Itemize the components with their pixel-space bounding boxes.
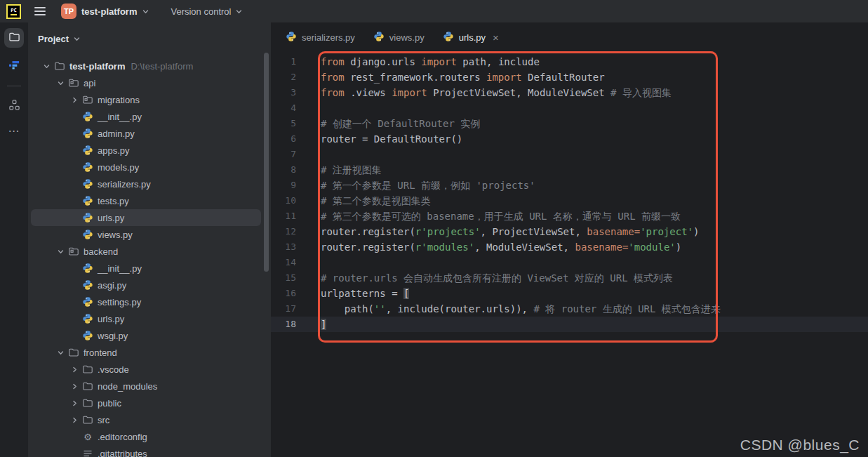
code-line-text: router.register(r'modules', ModuleViewSe… (296, 239, 681, 255)
code-line[interactable]: 5# 创建一个 DefaultRouter 实例 (271, 116, 868, 131)
chevron-down-icon[interactable] (53, 248, 67, 256)
line-number[interactable]: 13 (271, 239, 296, 255)
line-number[interactable]: 3 (271, 85, 296, 100)
code-line[interactable]: 9# 第一个参数是 URL 前缀，例如 'projects' (271, 178, 868, 193)
line-number[interactable]: 7 (271, 147, 296, 162)
code-line[interactable]: 6router = DefaultRouter() (271, 131, 868, 147)
code-line[interactable]: 18] (271, 317, 868, 332)
tree-item[interactable]: ⚙.editorconfig (31, 428, 261, 445)
code-line[interactable]: 7 (271, 147, 868, 162)
tree-item[interactable]: api (31, 74, 261, 91)
line-number[interactable]: 9 (271, 178, 296, 193)
tree-item-label: __init__.py (98, 112, 142, 122)
line-number[interactable]: 18 (271, 317, 296, 332)
version-control-menu[interactable]: Version control (171, 6, 243, 17)
line-number[interactable]: 11 (271, 208, 296, 224)
code-line[interactable]: 4 (271, 100, 868, 116)
tree-item[interactable]: migrations (31, 91, 261, 108)
tree-item[interactable]: admin.py (31, 125, 261, 142)
project-tool-button[interactable] (4, 28, 24, 48)
tree-item[interactable]: serializers.py (31, 175, 261, 192)
gear-icon: ⚙ (81, 432, 94, 442)
tree-item[interactable]: apps.py (31, 142, 261, 159)
tree-item[interactable]: asgi.py (31, 277, 261, 293)
chevron-right-icon[interactable] (67, 383, 81, 390)
line-number[interactable]: 5 (271, 116, 296, 131)
code-line[interactable]: 3from .views import ProjectViewSet, Modu… (271, 85, 868, 100)
line-number[interactable]: 10 (271, 193, 296, 208)
code-line[interactable]: 11# 第三个参数是可选的 basename，用于生成 URL 名称，通常与 U… (271, 208, 868, 224)
tree-item-label: __init__.py (98, 263, 142, 274)
chevron-right-icon[interactable] (67, 96, 81, 104)
blue-f-tool-button[interactable] (4, 56, 24, 76)
tree-item[interactable]: tests.py (31, 192, 261, 209)
code-line[interactable]: 2from rest_framework.routers import Defa… (271, 69, 868, 85)
line-number[interactable]: 15 (271, 270, 296, 286)
chevron-right-icon[interactable] (67, 399, 81, 407)
editor-tab[interactable]: urls.py× (434, 22, 508, 52)
line-number[interactable]: 6 (271, 131, 296, 147)
structure-tool-button[interactable] (4, 96, 24, 116)
line-number[interactable]: 17 (271, 301, 296, 317)
python-icon (443, 31, 454, 44)
chevron-down-icon[interactable] (53, 349, 67, 357)
main-menu-icon[interactable] (34, 7, 46, 15)
folder-icon (81, 414, 94, 425)
chevron-right-icon[interactable] (67, 366, 81, 373)
tree-item[interactable]: .vscode (31, 361, 261, 378)
tree-item[interactable]: settings.py (31, 293, 261, 310)
tree-item[interactable]: wsgi.py (31, 327, 261, 344)
more-tool-windows-button[interactable]: ⋯ (8, 124, 20, 138)
code-line[interactable]: 14 (271, 255, 868, 270)
tree-item[interactable]: frontend (31, 344, 261, 361)
line-number[interactable]: 2 (271, 69, 296, 85)
project-tool-window: Project test-platformD:\test-platformapi… (28, 22, 271, 457)
tree-item-label: .gitattributes (98, 449, 147, 457)
tree-item[interactable]: __init__.py (31, 260, 261, 277)
line-number[interactable]: 8 (271, 162, 296, 178)
line-number[interactable]: 14 (271, 255, 296, 270)
tree-item-label: asgi.py (98, 280, 126, 291)
pycharm-window: PC TP test-platform Version control ⋯ (0, 0, 868, 457)
chevron-down-icon (73, 35, 81, 43)
tree-item[interactable]: urls.py (31, 209, 261, 226)
tree-item[interactable]: __init__.py (31, 108, 261, 125)
code-editor[interactable]: 1from django.urls import path, include2f… (271, 52, 868, 457)
line-number[interactable]: 16 (271, 286, 296, 301)
close-icon[interactable]: × (493, 32, 499, 43)
code-line-text (296, 147, 321, 162)
tree-item-path: D:\test-platform (131, 61, 193, 72)
code-line[interactable]: 8# 注册视图集 (271, 162, 868, 178)
project-selector[interactable]: TP test-platform (61, 4, 149, 19)
project-tree-scrollbar[interactable] (264, 53, 269, 272)
chevron-down-icon[interactable] (39, 62, 53, 70)
tree-item[interactable]: .gitattributes (31, 445, 261, 457)
tree-item[interactable]: views.py (31, 226, 261, 243)
editor-tab-bar: serializers.pyviews.pyurls.py× (271, 22, 868, 52)
tree-item-label: admin.py (98, 128, 135, 139)
tree-item[interactable]: urls.py (31, 310, 261, 327)
code-line[interactable]: 15# router.urls 会自动生成包含所有注册的 ViewSet 对应的… (271, 270, 868, 286)
line-number[interactable]: 12 (271, 224, 296, 239)
editor-tab[interactable]: views.py (364, 22, 434, 52)
tree-item[interactable]: src (31, 411, 261, 428)
tree-item[interactable]: backend (31, 243, 261, 260)
line-number[interactable]: 1 (271, 54, 296, 69)
tree-item[interactable]: node_modules (31, 378, 261, 395)
project-panel-header[interactable]: Project (28, 22, 271, 55)
line-number[interactable]: 4 (271, 100, 296, 116)
editor-tab[interactable]: serializers.py (276, 22, 364, 52)
code-line[interactable]: 16urlpatterns = [ (271, 286, 868, 301)
code-line[interactable]: 10# 第二个参数是视图集类 (271, 193, 868, 208)
chevron-right-icon[interactable] (67, 416, 81, 424)
python-icon (373, 31, 385, 44)
project-avatar: TP (61, 4, 76, 19)
tree-item[interactable]: public (31, 395, 261, 411)
code-line[interactable]: 17 path('', include(router.urls)), # 将 r… (271, 301, 868, 317)
code-line[interactable]: 1from django.urls import path, include (271, 54, 868, 69)
code-line[interactable]: 12router.register(r'projects', ProjectVi… (271, 224, 868, 239)
tree-item[interactable]: models.py (31, 159, 261, 175)
tree-item[interactable]: test-platformD:\test-platform (31, 58, 261, 74)
chevron-down-icon[interactable] (53, 79, 67, 87)
code-line[interactable]: 13router.register(r'modules', ModuleView… (271, 239, 868, 255)
